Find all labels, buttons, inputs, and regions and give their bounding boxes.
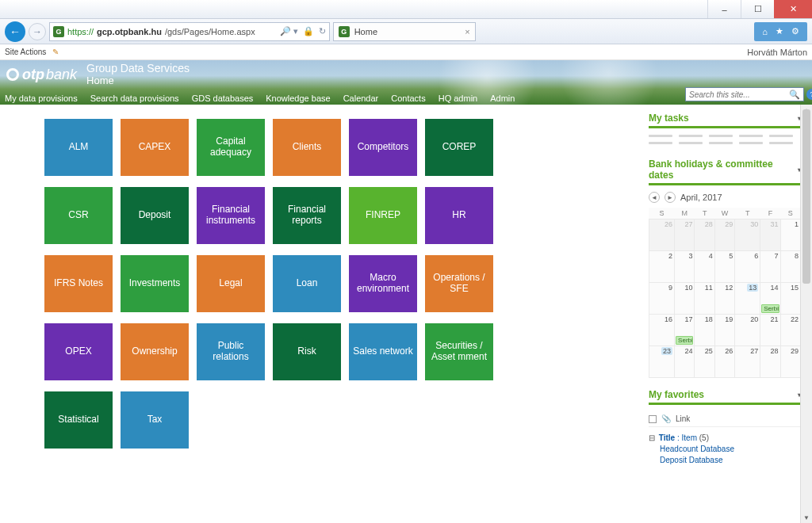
scroll-down-arrow[interactable]: ▼ — [801, 512, 812, 523]
nav-item[interactable]: Contacts — [391, 94, 425, 103]
tile[interactable]: Clients — [273, 119, 341, 176]
calendar-day[interactable]: 29 — [714, 220, 734, 251]
site-search-input[interactable] — [689, 90, 787, 99]
search-icon[interactable]: 🔍 — [789, 90, 800, 100]
tile[interactable]: Legal — [197, 255, 265, 312]
tile[interactable]: Macro environment — [349, 255, 417, 312]
nav-back-button[interactable]: ← — [5, 21, 25, 42]
tile[interactable]: Tax — [121, 391, 189, 449]
window-close-button[interactable]: ✕ — [774, 0, 812, 18]
tile[interactable]: Financial reports — [273, 187, 341, 244]
scroll-thumb[interactable] — [802, 109, 810, 284]
calendar-day[interactable]: 26 — [714, 346, 734, 378]
panel-favorites-header[interactable]: My favorites ▾ — [649, 389, 801, 405]
favorite-link[interactable]: Deposit Database — [660, 456, 801, 464]
tile[interactable]: Public relations — [197, 323, 265, 380]
vertical-scrollbar[interactable]: ▲ ▼ — [800, 105, 812, 523]
calendar-prev-button[interactable]: ◄ — [649, 192, 660, 203]
tile[interactable]: Investments — [121, 255, 189, 312]
calendar-day[interactable]: 24 — [675, 346, 695, 378]
tile[interactable]: Capital adequacy — [197, 119, 265, 176]
site-actions-link[interactable]: Site Actions — [5, 48, 46, 56]
calendar-day[interactable]: 23 — [649, 346, 675, 378]
calendar-day[interactable]: 13 — [735, 283, 760, 315]
search-dropdown-icon[interactable]: 🔎 ▾ — [280, 26, 298, 36]
refresh-icon[interactable]: ↻ — [319, 26, 326, 36]
calendar-day[interactable]: 25 — [695, 346, 714, 378]
calendar-day[interactable]: 18 — [695, 315, 714, 346]
calendar-day[interactable]: 6 — [735, 251, 760, 283]
nav-item[interactable]: HQ admin — [439, 94, 478, 103]
tile[interactable]: Securities / Asset mment — [425, 323, 493, 380]
favorites-icon[interactable]: ★ — [776, 26, 783, 36]
panel-holidays-header[interactable]: Bank holidays & committee dates ▾ — [649, 158, 801, 185]
calendar-day[interactable]: 1 — [780, 220, 800, 251]
calendar-day[interactable]: 29 — [780, 346, 800, 378]
calendar-day[interactable]: 15 — [780, 283, 800, 315]
calendar-day[interactable]: 17Serbia, — [675, 315, 695, 346]
calendar-day[interactable]: 28 — [760, 346, 780, 378]
calendar-day[interactable]: 21 — [760, 315, 780, 346]
calendar-day[interactable]: 5 — [714, 251, 734, 283]
current-user[interactable]: Horváth Márton — [747, 48, 807, 57]
calendar-day[interactable]: 11 — [695, 283, 714, 315]
calendar-next-button[interactable]: ► — [665, 192, 676, 203]
expand-icon[interactable]: ⊟ — [649, 433, 655, 442]
tile[interactable]: OPEX — [44, 323, 113, 380]
address-bar[interactable]: G https:// gcp.otpbank.hu /gds/Pages/Hom… — [49, 22, 330, 41]
tile[interactable]: CSR — [44, 187, 113, 244]
checkbox-icon[interactable] — [649, 415, 657, 423]
window-minimize-button[interactable]: – — [707, 0, 741, 18]
tile[interactable]: IFRS Notes — [44, 255, 113, 312]
nav-item[interactable]: Calendar — [343, 94, 379, 103]
calendar-day[interactable]: 30 — [735, 220, 760, 251]
favorite-link[interactable]: Headcount Database — [660, 445, 801, 453]
calendar-day[interactable]: 2 — [649, 251, 675, 283]
calendar-day[interactable]: 31 — [760, 220, 780, 251]
calendar-day[interactable]: 8 — [780, 251, 800, 283]
nav-item[interactable]: My data provisions — [5, 94, 78, 103]
tile[interactable]: CAPEX — [121, 119, 189, 176]
tile[interactable]: Competitors — [349, 119, 417, 176]
tile[interactable]: Sales network — [349, 323, 417, 380]
tile[interactable]: Financial instruments — [197, 187, 265, 244]
edit-page-icon[interactable]: ✎ — [52, 48, 59, 56]
tile[interactable]: FINREP — [349, 187, 417, 244]
calendar-day[interactable]: 9 — [649, 283, 675, 315]
calendar-day[interactable]: 19 — [714, 315, 734, 346]
nav-item[interactable]: Admin — [490, 94, 515, 103]
nav-item[interactable]: Knowledge base — [266, 94, 330, 103]
favorites-column-link[interactable]: Link — [676, 414, 690, 423]
calendar-event[interactable]: Serbia, — [676, 336, 693, 345]
calendar-day[interactable]: 27 — [675, 220, 695, 251]
calendar-day[interactable]: 16 — [649, 315, 675, 346]
calendar-grid[interactable]: SMTWTFS 2627282930311234567891011121314S… — [649, 208, 801, 378]
tile[interactable]: Ownership — [121, 323, 189, 380]
tile[interactable]: Loan — [273, 255, 341, 312]
tile[interactable]: Deposit — [121, 187, 189, 244]
help-icon[interactable]: ? — [806, 89, 812, 100]
panel-my-tasks-header[interactable]: My tasks ▾ — [649, 113, 801, 128]
nav-item[interactable]: GDS databases — [192, 94, 254, 103]
browser-tab[interactable]: G Home × — [333, 22, 476, 41]
tile[interactable]: Operations / SFE — [425, 255, 493, 312]
tab-close-icon[interactable]: × — [465, 27, 469, 36]
tools-icon[interactable]: ⚙ — [791, 26, 799, 36]
tile[interactable]: Risk — [273, 323, 341, 380]
calendar-day[interactable]: 10 — [675, 283, 695, 315]
calendar-event[interactable]: Serbia, — [761, 304, 779, 313]
calendar-day[interactable]: 3 — [675, 251, 695, 283]
tile[interactable]: ALM — [44, 119, 113, 176]
calendar-day[interactable]: 28 — [695, 220, 714, 251]
home-icon[interactable]: ⌂ — [762, 27, 768, 36]
nav-item[interactable]: Search data provisions — [90, 94, 179, 103]
site-search[interactable]: 🔍 ? — [685, 87, 804, 101]
calendar-day[interactable]: 20 — [735, 315, 760, 346]
tile[interactable]: Statistical — [44, 391, 113, 449]
calendar-day[interactable]: 4 — [695, 251, 714, 283]
calendar-day[interactable]: 7 — [760, 251, 780, 283]
calendar-day[interactable]: 12 — [714, 283, 734, 315]
calendar-day[interactable]: 22 — [780, 315, 800, 346]
window-maximize-button[interactable]: ☐ — [741, 0, 774, 18]
calendar-day[interactable]: 14Serbia, — [760, 283, 780, 315]
